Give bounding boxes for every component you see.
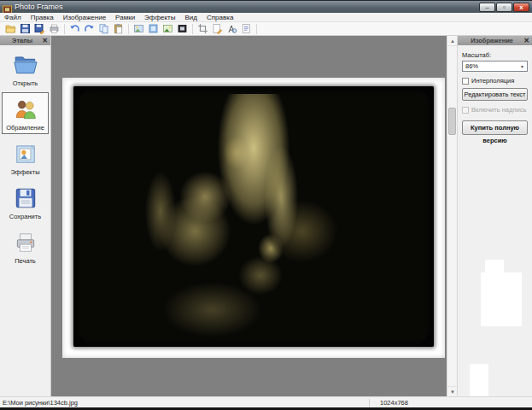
open-icon: [5, 23, 16, 34]
save-icon: [20, 23, 31, 34]
toolbar-separator: [192, 24, 193, 34]
edit-text-button[interactable]: Редактировать текст: [462, 88, 528, 101]
frame-corner-icon: [419, 88, 432, 101]
chevron-down-icon: ▼: [517, 64, 527, 69]
image-panel-header: Изображение ✕: [458, 36, 532, 45]
minimize-button[interactable]: –: [479, 3, 495, 12]
redo-icon: [84, 23, 95, 34]
window-title: Photo Frames: [15, 3, 479, 11]
titlebar: Photo Frames – ▫ x: [0, 0, 532, 13]
scale-value: 86%: [463, 62, 517, 70]
sidebar-item-label: Сохранить: [9, 213, 41, 220]
render-artifact: [485, 260, 504, 273]
paste-icon: [113, 23, 124, 34]
toolbar-separator: [256, 24, 257, 34]
stages-panel-close-icon[interactable]: ✕: [42, 38, 48, 44]
add-image-icon: [133, 23, 144, 34]
menu-effects[interactable]: Эффекты: [144, 14, 175, 21]
toolbar-print-button[interactable]: [47, 23, 61, 35]
toolbar-crop-button[interactable]: [196, 23, 210, 35]
menu-help[interactable]: Справка: [207, 14, 233, 21]
menu-frames[interactable]: Рамки: [115, 14, 135, 21]
file-path: E:\Мои рисунки\134cb.jpg: [0, 399, 369, 407]
sidebar-item-print[interactable]: Печать: [2, 226, 49, 267]
frame-corner-icon: [75, 88, 88, 101]
toolbar-separator: [128, 24, 129, 34]
stages-panel-title: Этапы: [3, 37, 42, 44]
render-artifact: [470, 364, 488, 398]
printer-icon: [13, 230, 38, 255]
close-button[interactable]: x: [513, 3, 529, 12]
frame-icon: [177, 23, 188, 34]
sidebar-item-label: Эффекты: [10, 168, 39, 176]
print-icon: [49, 23, 60, 34]
interpolation-checkbox[interactable]: [462, 78, 469, 85]
canvas: [51, 36, 447, 396]
save-as-icon: [34, 23, 45, 34]
toolbar-paste-button[interactable]: [111, 23, 126, 35]
scrollbar-thumb[interactable]: [448, 108, 456, 135]
statusbar: E:\Мои рисунки\134cb.jpg 1024x768: [0, 396, 532, 407]
image-panel-close-icon[interactable]: ✕: [523, 38, 529, 44]
scale-combobox[interactable]: 86% ▼: [462, 61, 528, 72]
toolbar-edit-text-button[interactable]: [210, 23, 225, 35]
resize-icon: [148, 23, 159, 34]
app-icon: [3, 3, 12, 12]
toolbar-undo-button[interactable]: [67, 23, 82, 35]
toolbar-save-button[interactable]: [18, 23, 32, 35]
picture-icon: [162, 23, 173, 34]
find-icon: [226, 23, 237, 34]
sidebar-item-label: Обрамление: [6, 124, 44, 132]
copy-icon: [98, 23, 109, 34]
vertical-scrollbar[interactable]: ▲ ▼: [447, 36, 457, 396]
caption-checkbox: [462, 107, 469, 114]
report-icon: [241, 23, 252, 34]
stages-panel-header: Этапы ✕: [0, 36, 50, 45]
toolbar-picture-button[interactable]: [161, 23, 175, 35]
scale-label: Масштаб:: [462, 51, 528, 59]
effects-box-icon: [13, 141, 38, 167]
people-icon: [13, 97, 38, 122]
photo-page: [62, 78, 445, 358]
toolbar-redo-button[interactable]: [82, 23, 96, 35]
app-window: Photo Frames – ▫ x Файл Правка Изображен…: [0, 0, 532, 410]
toolbar-save-as-button[interactable]: [32, 23, 47, 35]
maximize-button[interactable]: ▫: [496, 3, 512, 12]
sidebar-item-save[interactable]: Сохранить: [2, 181, 49, 223]
edit-text-icon: [212, 23, 223, 34]
render-artifact: [481, 272, 522, 326]
menu-edit[interactable]: Правка: [31, 14, 54, 21]
undo-icon: [69, 23, 80, 34]
menu-view[interactable]: Вид: [184, 14, 196, 21]
toolbar-open-button[interactable]: [3, 23, 18, 35]
stages-panel: Этапы ✕ Открыть Обрамление Эффекты: [0, 36, 51, 396]
interpolation-label: Интерполяция: [471, 77, 514, 85]
toolbar-frame-button[interactable]: [175, 23, 190, 35]
sidebar-item-label: Открыть: [13, 79, 38, 87]
folder-icon: [13, 52, 38, 78]
interpolation-checkbox-row[interactable]: Интерполяция: [462, 77, 528, 85]
caption-checkbox-row: Включить надпись: [462, 106, 528, 114]
buy-full-version-button[interactable]: Купить полную версию: [462, 120, 528, 135]
sidebar-item-open[interactable]: Открыть: [2, 48, 49, 90]
caption-label: Включить надпись: [471, 106, 526, 114]
toolbar-separator: [64, 24, 65, 34]
floppy-icon: [13, 185, 38, 211]
frame-corner-icon: [419, 332, 432, 345]
menu-file[interactable]: Файл: [4, 14, 21, 21]
sidebar-item-label: Печать: [15, 257, 36, 265]
toolbar-resize-button[interactable]: [146, 23, 161, 35]
sidebar-item-framing[interactable]: Обрамление: [2, 92, 49, 134]
menu-image[interactable]: Изображение: [63, 14, 106, 21]
menubar: Файл Правка Изображение Рамки Эффекты Ви…: [0, 13, 532, 22]
image-panel-title: Изображение: [460, 37, 523, 44]
image-panel: Изображение ✕ Масштаб: 86% ▼ Интерполяци…: [457, 36, 532, 396]
toolbar-copy-button[interactable]: [96, 23, 111, 35]
toolbar-find-button[interactable]: [225, 23, 239, 35]
sidebar-item-effects[interactable]: Эффекты: [2, 137, 49, 179]
toolbar-add-image-button[interactable]: [132, 23, 146, 35]
toolbar-report-button[interactable]: [239, 23, 254, 35]
frame-corner-icon: [75, 332, 88, 345]
photo: [81, 94, 426, 339]
image-resolution: 1024x768: [370, 399, 532, 407]
